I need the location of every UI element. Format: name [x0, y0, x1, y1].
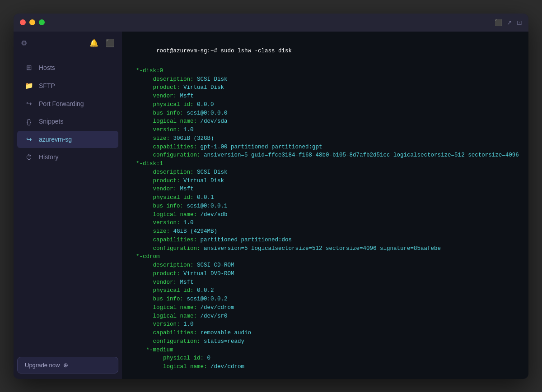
terminal-line: physical id: 0.0.2: [129, 286, 521, 295]
snippets-icon: {}: [24, 118, 33, 125]
upgrade-button[interactable]: Upgrade now ⊕: [17, 357, 118, 374]
history-icon: ⏱: [24, 153, 33, 161]
terminal-output: *-disk:0 description: SCSI Disk product:…: [129, 67, 521, 371]
terminal-icon[interactable]: ⬛: [495, 19, 502, 26]
terminal-line: capabilities: removable audio: [129, 329, 521, 337]
terminal-line: description: SCSI Disk: [129, 168, 521, 177]
upgrade-label: Upgrade now: [25, 362, 60, 369]
terminal-line: bus info: scsi@0:0.0.1: [129, 202, 521, 211]
terminal-line: bus info: scsi@0:0.0.2: [129, 295, 521, 304]
terminal-line: physical id: 0.0.1: [129, 194, 521, 202]
terminal-line: configuration: status=ready: [129, 337, 521, 346]
terminal-line: version: 1.0: [129, 219, 521, 227]
terminal-line: *-medium: [129, 346, 521, 355]
sidebar-icons: 🔔 ⬛: [89, 39, 115, 47]
terminal-line: logical name: /dev/sdb: [129, 211, 521, 219]
terminal-line: bus info: scsi@0:0.0.0: [129, 109, 521, 118]
main-content: ⚙ 🔔 ⬛ ⊞ Hosts 📁 SFTP ↪ Port Forwarding: [14, 32, 528, 379]
terminal-line: configuration: ansiversion=5 guid=ffce31…: [129, 151, 521, 160]
sidebar-item-history[interactable]: ⏱ History: [17, 149, 118, 166]
close-button[interactable]: [20, 19, 26, 25]
sidebar-item-port-forwarding[interactable]: ↪ Port Forwarding: [17, 95, 118, 112]
sftp-icon: 📁: [24, 82, 33, 90]
terminal-line: version: 1.0: [129, 126, 521, 134]
terminal-line: *-disk:0: [129, 67, 521, 75]
title-bar: ⬛ ↗ ⊡: [14, 14, 528, 32]
hosts-label: Hosts: [39, 64, 55, 71]
upgrade-icon: ⊕: [63, 362, 68, 369]
terminal-line: version: 1.0: [129, 320, 521, 329]
new-terminal-icon[interactable]: ⬛: [106, 39, 115, 47]
snippets-label: Snippets: [39, 118, 63, 125]
azurevm-label: azurevm-sg: [39, 136, 72, 143]
terminal-line: vendor: Msft: [129, 92, 521, 101]
terminal-line: physical id: 0.0.0: [129, 101, 521, 109]
terminal-line: vendor: Msft: [129, 185, 521, 194]
terminal-line: size: 4GiB (4294MB): [129, 227, 521, 236]
sidebar-item-sftp[interactable]: 📁 SFTP: [17, 77, 118, 94]
command-line: root@azurevm-sg:~# root@azurevm-sg:~# su…: [129, 39, 521, 64]
bell-icon[interactable]: 🔔: [89, 39, 98, 47]
fullscreen-icon[interactable]: ⊡: [517, 19, 522, 26]
terminal-line: capabilities: partitioned partitioned:do…: [129, 236, 521, 244]
sidebar-footer: Upgrade now ⊕: [14, 351, 122, 379]
hosts-icon: ⊞: [24, 64, 33, 72]
terminal-line: physical id: 0: [129, 354, 521, 363]
port-forwarding-icon: ↪: [24, 100, 33, 108]
terminal-line: product: Virtual DVD-ROM: [129, 270, 521, 278]
terminal-line: description: SCSI Disk: [129, 75, 521, 84]
title-bar-actions: ⬛ ↗ ⊡: [495, 19, 522, 26]
sidebar-nav: ⊞ Hosts 📁 SFTP ↪ Port Forwarding {} Snip…: [14, 55, 122, 351]
terminal-line: logical name: /dev/sda: [129, 117, 521, 126]
terminal-area[interactable]: root@azurevm-sg:~# root@azurevm-sg:~# su…: [122, 32, 528, 379]
app-window: ⬛ ↗ ⊡ ⚙ 🔔 ⬛ ⊞ Hosts 📁 SFTP: [14, 14, 528, 379]
terminal-line: description: SCSI CD-ROM: [129, 261, 521, 270]
port-forwarding-label: Port Forwarding: [39, 100, 84, 107]
terminal-line: capabilities: gpt-1.00 partitioned parti…: [129, 143, 521, 152]
share-icon[interactable]: ↗: [507, 19, 512, 26]
terminal-line: logical name: /dev/sr0: [129, 312, 521, 321]
sidebar-item-azurevm[interactable]: ↪ azurevm-sg: [17, 131, 118, 148]
terminal-line: *-disk:1: [129, 160, 521, 168]
sidebar-item-snippets[interactable]: {} Snippets: [17, 113, 118, 130]
sidebar-top: ⚙ 🔔 ⬛: [14, 32, 122, 55]
terminal-line: vendor: Msft: [129, 278, 521, 287]
sftp-label: SFTP: [39, 82, 55, 89]
terminal-line: product: Virtual Disk: [129, 177, 521, 185]
terminal-line: configuration: ansiversion=5 logicalsect…: [129, 244, 521, 253]
settings-icon[interactable]: ⚙: [21, 39, 27, 47]
prompt: root@azurevm-sg:~#: [156, 48, 221, 54]
terminal-line: logical name: /dev/cdrom: [129, 304, 521, 312]
terminal-line: logical name: /dev/cdrom: [129, 363, 521, 371]
terminal-line: product: Virtual Disk: [129, 83, 521, 92]
sidebar: ⚙ 🔔 ⬛ ⊞ Hosts 📁 SFTP ↪ Port Forwarding: [14, 32, 122, 379]
azurevm-icon: ↪: [24, 135, 33, 143]
terminal-line: *-cdrom: [129, 253, 521, 261]
maximize-button[interactable]: [39, 19, 45, 25]
terminal-line: size: 30GiB (32GB): [129, 134, 521, 143]
sidebar-item-hosts[interactable]: ⊞ Hosts: [17, 59, 118, 76]
minimize-button[interactable]: [29, 19, 35, 25]
history-label: History: [39, 153, 59, 161]
